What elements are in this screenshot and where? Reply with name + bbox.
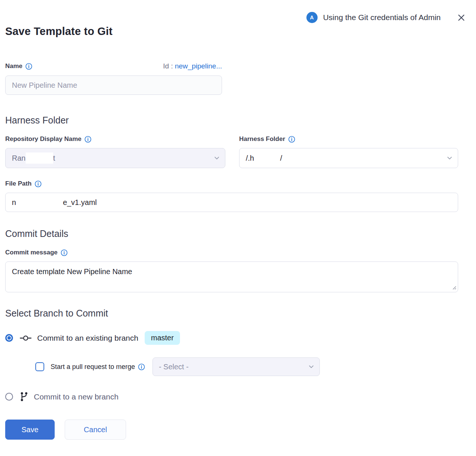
new-branch-label: Commit to a new branch bbox=[34, 392, 119, 401]
info-icon[interactable] bbox=[35, 180, 42, 187]
redaction-box bbox=[254, 152, 280, 164]
info-icon[interactable] bbox=[288, 136, 295, 143]
chevron-down-icon[interactable] bbox=[446, 155, 453, 161]
file-path-value-suffix: e_v1.yaml bbox=[63, 198, 97, 207]
file-path-value-prefix: n bbox=[12, 198, 16, 207]
page-title: Save Template to Git bbox=[5, 25, 458, 38]
git-branch-icon bbox=[20, 392, 28, 402]
file-path-label-text: File Path bbox=[5, 180, 32, 187]
close-icon bbox=[457, 13, 466, 22]
harness-folder-label: Harness Folder bbox=[239, 135, 458, 143]
template-id: Id : new_pipeline... bbox=[163, 62, 222, 70]
file-path-input[interactable]: ne_v1.yaml bbox=[5, 193, 458, 212]
repository-value-suffix: t bbox=[53, 154, 55, 163]
cancel-button[interactable]: Cancel bbox=[65, 420, 126, 440]
existing-branch-radio[interactable] bbox=[5, 334, 13, 342]
folder-value-prefix: /.h bbox=[246, 154, 254, 163]
save-button[interactable]: Save bbox=[5, 420, 55, 440]
info-icon[interactable] bbox=[61, 249, 68, 256]
name-label-text: Name bbox=[5, 62, 22, 70]
chevron-down-icon[interactable] bbox=[213, 155, 220, 161]
harness-folder-label-text: Harness Folder bbox=[239, 135, 285, 143]
info-icon[interactable] bbox=[84, 136, 91, 143]
redaction-box bbox=[16, 197, 63, 208]
chevron-down-icon[interactable] bbox=[308, 363, 315, 370]
commit-details-heading: Commit Details bbox=[5, 228, 458, 239]
git-credentials-bar: A Using the Git credentials of Admin bbox=[306, 12, 466, 23]
repository-value-prefix: Ran bbox=[12, 154, 26, 163]
id-link[interactable]: new_pipeline... bbox=[175, 62, 222, 70]
git-commit-icon bbox=[19, 334, 32, 342]
target-branch-select[interactable]: - Select - bbox=[152, 357, 320, 376]
commit-message-label: Commit message bbox=[5, 249, 458, 256]
harness-folder-heading: Harness Folder bbox=[5, 115, 458, 126]
info-icon[interactable] bbox=[25, 63, 32, 70]
resize-handle-icon[interactable] bbox=[451, 285, 457, 290]
commit-message-label-text: Commit message bbox=[5, 249, 58, 256]
pipeline-name-input[interactable] bbox=[5, 76, 222, 95]
close-button[interactable] bbox=[457, 13, 466, 22]
target-branch-placeholder: - Select - bbox=[159, 363, 189, 371]
pull-request-checkbox[interactable] bbox=[35, 362, 44, 371]
avatar: A bbox=[306, 12, 318, 23]
harness-folder-select[interactable]: /.h/ bbox=[239, 148, 458, 168]
branch-tag: master bbox=[145, 331, 180, 345]
redaction-box bbox=[26, 152, 53, 164]
repository-select[interactable]: Rant bbox=[5, 148, 225, 168]
id-prefix: Id : bbox=[163, 62, 173, 70]
existing-branch-label: Commit to an existing branch bbox=[37, 334, 138, 343]
new-branch-radio[interactable] bbox=[5, 393, 13, 401]
select-branch-heading: Select Branch to Commit bbox=[5, 308, 458, 319]
repository-label: Repository Display Name bbox=[5, 135, 225, 143]
repository-label-text: Repository Display Name bbox=[5, 135, 81, 143]
credentials-text: Using the Git credentials of Admin bbox=[323, 13, 441, 22]
name-label: Name bbox=[5, 62, 32, 70]
folder-value-suffix: / bbox=[280, 154, 282, 163]
file-path-label: File Path bbox=[5, 180, 458, 187]
info-icon[interactable] bbox=[138, 363, 145, 370]
commit-message-textarea[interactable]: Create template New Pipeline Name bbox=[5, 261, 458, 292]
pull-request-label: Start a pull request to merge bbox=[51, 363, 135, 371]
